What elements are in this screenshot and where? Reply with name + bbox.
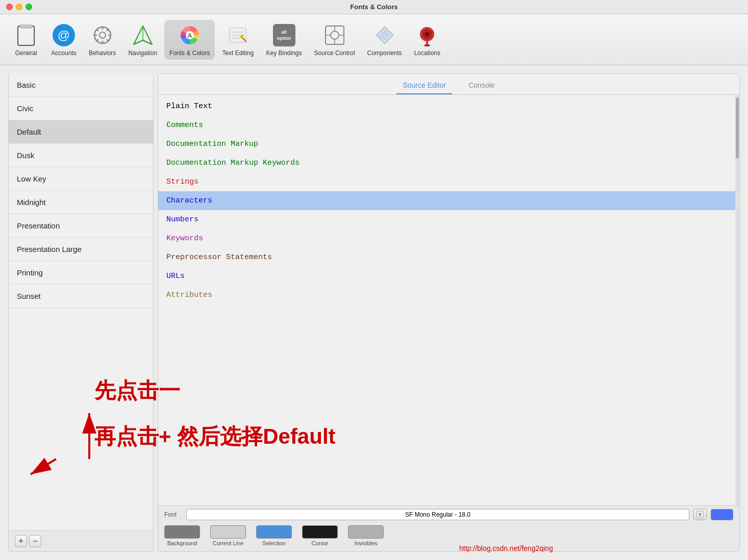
font-row: Font SF Mono Regular - 18.0 T [164, 509, 733, 520]
toolbar-item-general[interactable]: General [8, 20, 44, 60]
source-control-label: Source Control [314, 49, 355, 57]
text-editing-icon [226, 23, 250, 47]
tab-source-editor[interactable]: Source Editor [396, 79, 452, 94]
svg-text:A: A [187, 32, 192, 39]
background-label: Background [167, 540, 197, 546]
scrollbar-thumb[interactable] [736, 97, 739, 159]
selection-label: Selection [262, 540, 285, 546]
svg-rect-1 [20, 25, 32, 28]
svg-line-21 [242, 37, 246, 41]
scrollbar-track [735, 95, 739, 505]
fonts-colors-label: Fonts & Colors [169, 49, 210, 57]
components-icon [372, 23, 397, 47]
theme-item-default[interactable]: Default [9, 120, 153, 144]
locations-icon [415, 23, 439, 47]
theme-item-civic[interactable]: Civic [9, 97, 153, 120]
traffic-lights [6, 4, 32, 10]
theme-item-printing[interactable]: Printing [9, 261, 153, 285]
toolbar-item-fonts-colors[interactable]: A Fonts & Colors [164, 20, 215, 60]
cursor-label: Cursor [311, 540, 328, 546]
theme-item-midnight[interactable]: Midnight [9, 191, 153, 214]
cursor-color-swatch[interactable] [302, 525, 338, 539]
syntax-item-characters[interactable]: Characters [158, 191, 739, 210]
swatch-invisibles: Invisibles [348, 525, 384, 546]
syntax-item-plain-text[interactable]: Plain Text [158, 97, 739, 116]
background-color-swatch[interactable] [164, 525, 200, 539]
svg-line-8 [96, 29, 98, 31]
toolbar-item-behaviors[interactable]: Behaviors [84, 20, 121, 60]
syntax-item-keywords[interactable]: Keywords [158, 229, 739, 248]
main-content: Basic Civic Default Dusk Low Key Midnigh… [0, 65, 748, 560]
current-line-color-swatch[interactable] [210, 525, 246, 539]
svg-point-33 [425, 32, 429, 36]
theme-item-basic[interactable]: Basic [9, 73, 153, 97]
behaviors-label: Behaviors [89, 49, 116, 57]
text-editing-label: Text Editing [222, 49, 254, 57]
close-button[interactable] [6, 4, 13, 10]
general-label: General [15, 49, 37, 57]
syntax-item-documentation-markup-keywords[interactable]: Documentation Markup Keywords [158, 154, 739, 172]
syntax-item-documentation-markup[interactable]: Documentation Markup [158, 135, 739, 154]
remove-theme-button[interactable]: − [29, 535, 41, 547]
key-bindings-label: Key Bindings [266, 49, 302, 57]
selection-color-swatch[interactable] [256, 525, 292, 539]
toolbar-item-key-bindings[interactable]: alt option Key Bindings [261, 20, 307, 60]
components-label: Components [367, 49, 402, 57]
toolbar-item-source-control[interactable]: Source Control [309, 20, 360, 60]
window-title: Fonts & Colors [350, 3, 397, 11]
svg-line-9 [107, 39, 109, 41]
toolbar-item-accounts[interactable]: @ Accounts [46, 20, 82, 60]
add-theme-button[interactable]: + [15, 535, 27, 547]
svg-point-24 [331, 31, 339, 39]
syntax-item-strings[interactable]: Strings [158, 172, 739, 191]
syntax-item-numbers[interactable]: Numbers [158, 210, 739, 229]
maximize-button[interactable] [26, 4, 32, 10]
syntax-item-urls[interactable]: URLs [158, 267, 739, 286]
theme-list: Basic Civic Default Dusk Low Key Midnigh… [9, 73, 153, 530]
font-label: Font [164, 511, 182, 518]
font-picker-button[interactable]: T [693, 509, 707, 520]
theme-list-actions: + − [9, 530, 153, 551]
swatch-selection: Selection [256, 525, 292, 546]
tab-console[interactable]: Console [462, 79, 501, 94]
minimize-button[interactable] [16, 4, 22, 10]
theme-item-sunset[interactable]: Sunset [9, 285, 153, 308]
theme-item-dusk[interactable]: Dusk [9, 144, 153, 167]
source-control-icon [322, 23, 347, 47]
syntax-panel: Source Editor Console Plain Text Comment… [158, 73, 740, 552]
tab-bar: Source Editor Console [158, 74, 739, 95]
font-value: SF Mono Regular - 18.0 [186, 509, 689, 520]
svg-text:T: T [699, 513, 702, 518]
theme-item-low-key[interactable]: Low Key [9, 167, 153, 191]
invisibles-color-swatch[interactable] [348, 525, 384, 539]
behaviors-icon [90, 23, 115, 47]
toolbar-item-navigation[interactable]: Navigation [123, 20, 162, 60]
theme-item-presentation-large[interactable]: Presentation Large [9, 238, 153, 261]
toolbar-item-locations[interactable]: Locations [409, 20, 445, 60]
bottom-bar: Font SF Mono Regular - 18.0 T Background [158, 505, 739, 551]
svg-rect-0 [18, 26, 34, 45]
invisibles-label: Invisibles [354, 540, 377, 546]
theme-list-panel: Basic Civic Default Dusk Low Key Midnigh… [8, 73, 154, 552]
swatch-background: Background [164, 525, 200, 546]
toolbar-item-components[interactable]: Components [362, 20, 407, 60]
toolbar: General @ Accounts Behaviors [0, 14, 748, 65]
syntax-color-swatch[interactable] [711, 509, 733, 520]
svg-point-3 [99, 32, 106, 38]
navigation-icon [131, 23, 155, 47]
toolbar-item-text-editing[interactable]: Text Editing [217, 20, 259, 60]
current-line-label: Current Line [213, 540, 244, 546]
key-bindings-icon: alt option [272, 23, 296, 47]
general-icon [14, 23, 38, 47]
navigation-label: Navigation [128, 49, 157, 57]
accounts-label: Accounts [51, 49, 76, 57]
titlebar: Fonts & Colors [0, 0, 748, 14]
syntax-item-attributes[interactable]: Attributes [158, 286, 739, 304]
syntax-item-preprocessor[interactable]: Preprocessor Statements [158, 248, 739, 267]
syntax-item-comments[interactable]: Comments [158, 116, 739, 135]
svg-line-10 [107, 29, 109, 31]
theme-item-presentation[interactable]: Presentation [9, 214, 153, 238]
color-swatches-row: Background Current Line Selection Cursor… [164, 523, 733, 548]
syntax-list: Plain Text Comments Documentation Markup… [158, 95, 739, 505]
swatch-current-line: Current Line [210, 525, 246, 546]
